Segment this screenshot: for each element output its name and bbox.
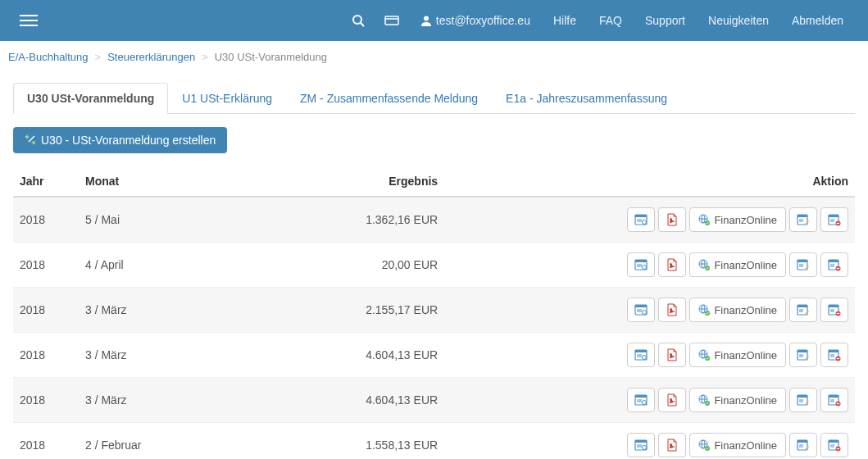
view-button[interactable] — [627, 298, 655, 322]
col-year: Jahr — [13, 166, 79, 197]
edit-button[interactable] — [789, 252, 817, 277]
delete-button[interactable] — [820, 252, 848, 277]
edit-button[interactable] — [789, 207, 817, 232]
view-button[interactable] — [627, 433, 655, 457]
pdf-button[interactable] — [658, 343, 686, 367]
document-edit-icon — [797, 439, 810, 452]
user-menu[interactable]: test@foxyoffice.eu — [409, 0, 542, 41]
finanzonline-button[interactable]: FinanzOnline — [689, 433, 786, 457]
finanzonline-button[interactable]: FinanzOnline — [689, 252, 786, 277]
pdf-icon — [666, 348, 679, 361]
tab-u1[interactable]: U1 USt-Erklärung — [168, 83, 286, 113]
svg-rect-7 — [635, 215, 647, 217]
edit-button[interactable] — [789, 433, 817, 457]
svg-rect-21 — [829, 215, 838, 217]
finanzonline-button[interactable]: FinanzOnline — [689, 298, 786, 322]
svg-rect-117 — [798, 440, 807, 443]
user-email: test@foxyoffice.eu — [436, 14, 530, 27]
view-button[interactable] — [627, 388, 655, 412]
pdf-button[interactable] — [658, 388, 686, 412]
breadcrumb-item-0[interactable]: E/A-Buchhaltung — [8, 51, 89, 63]
document-view-icon — [634, 393, 648, 407]
cell-actions: FinanzOnline — [444, 197, 855, 243]
document-view-icon — [634, 348, 648, 361]
svg-point-0 — [353, 16, 361, 24]
tab-e1a[interactable]: E1a - Jahreszusammenfassung — [492, 83, 681, 113]
svg-rect-67 — [635, 350, 647, 352]
cell-year: 2018 — [13, 197, 79, 243]
wand-icon — [25, 134, 36, 146]
breadcrumb: E/A-Buchhaltung > Steuererklärungen > U3… — [0, 41, 868, 73]
card-icon[interactable] — [375, 16, 409, 25]
document-view-icon — [634, 303, 648, 316]
finanzonline-button[interactable]: FinanzOnline — [689, 388, 786, 412]
cell-month: 2 / Februar — [79, 423, 198, 460]
document-delete-icon — [828, 258, 841, 271]
chevron-right-icon: > — [95, 51, 102, 63]
pdf-icon — [666, 439, 679, 452]
finanzonline-button[interactable]: FinanzOnline — [689, 207, 786, 232]
svg-rect-77 — [798, 350, 807, 352]
edit-button[interactable] — [789, 343, 817, 367]
pdf-button[interactable] — [658, 433, 686, 457]
view-button[interactable] — [627, 343, 655, 367]
cell-result: 4.604,13 EUR — [198, 333, 444, 378]
view-button[interactable] — [627, 252, 655, 277]
globe-check-icon — [698, 439, 710, 451]
edit-button[interactable] — [789, 388, 817, 412]
declarations-table: Jahr Monat Ergebnis Aktion 20185 / Mai1.… — [13, 166, 855, 459]
logout-link[interactable]: Abmelden — [780, 0, 855, 41]
faq-link[interactable]: FAQ — [588, 0, 634, 41]
cell-year: 2018 — [13, 243, 79, 288]
pdf-icon — [666, 213, 679, 226]
cell-result: 1.558,13 EUR — [198, 423, 444, 460]
pdf-button[interactable] — [658, 252, 686, 277]
globe-check-icon — [698, 259, 710, 270]
support-link[interactable]: Support — [634, 0, 697, 41]
svg-rect-97 — [798, 395, 807, 398]
help-link[interactable]: Hilfe — [542, 0, 588, 41]
create-u30-button[interactable]: U30 - USt-Voranmeldung erstellen — [13, 127, 227, 153]
document-delete-icon — [828, 439, 841, 452]
document-delete-icon — [828, 393, 841, 407]
cell-year: 2018 — [13, 423, 79, 460]
delete-button[interactable] — [820, 298, 848, 322]
finanzonline-label: FinanzOnline — [714, 394, 777, 407]
cell-result: 4.604,13 EUR — [198, 378, 444, 423]
cell-actions: FinanzOnline — [444, 243, 855, 288]
news-link[interactable]: Neuigkeiten — [697, 0, 780, 41]
document-edit-icon — [797, 303, 810, 316]
delete-button[interactable] — [820, 343, 848, 367]
tab-u30[interactable]: U30 USt-Voranmeldung — [13, 83, 168, 114]
delete-button[interactable] — [820, 388, 848, 412]
cell-result: 2.155,17 EUR — [198, 288, 444, 333]
breadcrumb-item-1[interactable]: Steuererklärungen — [107, 51, 195, 63]
edit-button[interactable] — [789, 298, 817, 322]
document-edit-icon — [797, 348, 810, 361]
create-button-label: U30 - USt-Voranmeldung erstellen — [41, 134, 216, 147]
cell-year: 2018 — [13, 288, 79, 333]
menu-toggle-icon[interactable] — [13, 8, 44, 33]
svg-rect-121 — [829, 440, 838, 443]
finanzonline-button[interactable]: FinanzOnline — [689, 343, 786, 367]
cell-month: 3 / März — [79, 333, 198, 378]
table-row: 20182 / Februar1.558,13 EURFinanzOnline — [13, 423, 855, 460]
tab-zm[interactable]: ZM - Zusammenfassende Meldung — [286, 83, 492, 113]
delete-button[interactable] — [820, 207, 848, 232]
pdf-icon — [666, 393, 679, 407]
cell-actions: FinanzOnline — [444, 378, 855, 423]
cell-result: 20,00 EUR — [198, 243, 444, 288]
document-view-icon — [634, 439, 648, 452]
finanzonline-label: FinanzOnline — [714, 349, 777, 361]
pdf-button[interactable] — [658, 207, 686, 232]
document-edit-icon — [797, 393, 810, 407]
pdf-button[interactable] — [658, 298, 686, 322]
tabs: U30 USt-Voranmeldung U1 USt-Erklärung ZM… — [13, 83, 855, 114]
document-delete-icon — [828, 213, 841, 226]
cell-month: 5 / Mai — [79, 197, 198, 243]
pdf-icon — [666, 258, 679, 271]
delete-button[interactable] — [820, 433, 848, 457]
svg-point-4 — [424, 16, 429, 21]
view-button[interactable] — [627, 207, 655, 232]
search-icon[interactable] — [342, 14, 375, 27]
